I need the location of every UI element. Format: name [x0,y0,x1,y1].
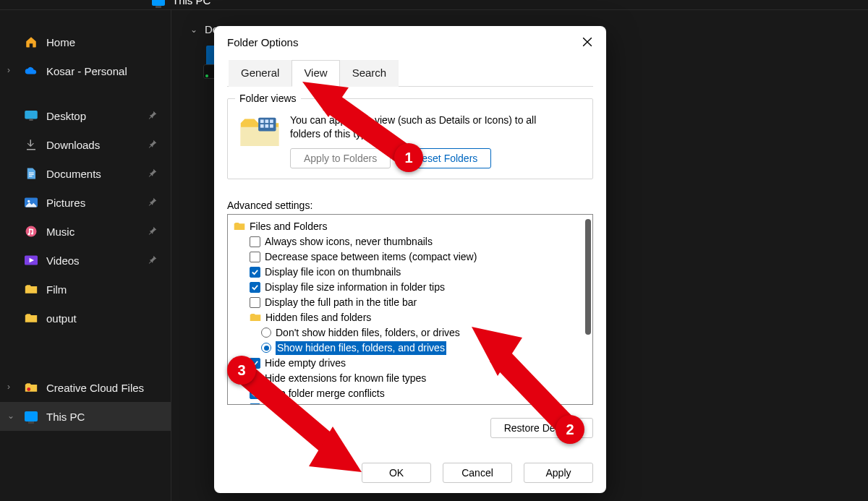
pictures-icon [25,196,38,209]
sidebar-item-label: Kosar - Personal [46,65,127,77]
sidebar-item-documents[interactable]: Documents [0,159,171,188]
folder-icon [25,312,38,325]
documents-icon [25,167,38,180]
tab-general[interactable]: General [229,60,292,87]
option-hide-extensions[interactable]: Hide extensions for known file types [231,371,590,386]
checkbox[interactable] [250,403,260,405]
advanced-settings-label: Advanced settings: [227,200,593,211]
apply-button[interactable]: Apply [524,463,593,483]
sidebar-item-label: Videos [46,254,80,267]
pin-icon [148,168,158,180]
svg-rect-1 [29,119,33,121]
checkbox[interactable] [250,297,260,308]
radio-show-hidden[interactable]: Show hidden files, folders, and drives [231,341,590,356]
chevron-right-icon: › [7,65,16,74]
checkbox[interactable] [250,252,260,262]
annotation-step-2: 2 [556,415,584,444]
option-hide-empty-drives[interactable]: Hide empty drives [231,356,590,371]
selected-option-label: Show hidden files, folders, and drives [276,341,446,355]
pin-icon [148,110,158,122]
sidebar-item-music[interactable]: Music [0,217,171,246]
scrollbar[interactable] [581,216,591,403]
sidebar: Home › Kosar - Personal Desktop Download… [0,10,171,501]
dialog-title: Folder Options [227,36,596,48]
tree-root: Files and Folders [231,219,590,234]
folder-icon [25,381,38,394]
chevron-down-icon: ⌄ [190,25,197,35]
tab-search[interactable]: Search [340,60,399,87]
sidebar-item-label: Documents [46,168,101,180]
advanced-settings-list[interactable]: Files and Folders Always show icons, nev… [227,214,593,405]
radio-button[interactable] [261,343,271,353]
music-icon [25,225,38,238]
breadcrumb-label: This PC [172,0,210,7]
annotation-step-3: 3 [227,356,256,385]
tree-root-label: Files and Folders [250,220,327,234]
option-hide-merge-conflicts[interactable]: Hide folder merge conflicts [231,386,590,401]
sidebar-item-label: Film [46,283,67,296]
radio-button[interactable] [261,327,271,338]
sidebar-item-label: Creative Cloud Files [46,382,144,394]
sidebar-item-label: Pictures [46,197,85,209]
chevron-down-icon: ⌄ [7,411,16,419]
home-icon [25,35,38,48]
sidebar-item-label: output [46,312,77,325]
checkbox[interactable] [250,267,260,278]
sidebar-item-pictures[interactable]: Pictures [0,188,171,217]
pc-icon [152,0,165,6]
apply-to-folders-button[interactable]: Apply to Folders [290,148,391,168]
chevron-right-icon: › [7,382,16,390]
checkbox[interactable] [250,236,260,247]
sidebar-item-this-pc[interactable]: ⌄ This PC [0,402,171,431]
sidebar-item-label: Downloads [46,139,100,151]
group-legend: Folder views [235,93,301,104]
radio-dont-show-hidden[interactable]: Don't show hidden files, folders, or dri… [231,325,590,341]
tab-view[interactable]: View [292,60,339,87]
pin-icon [148,226,158,238]
ok-button[interactable]: OK [362,463,431,483]
cancel-button[interactable]: Cancel [443,463,512,483]
dialog-titlebar[interactable]: Folder Options [214,26,606,58]
address-bar[interactable] [0,0,868,10]
pc-icon [25,410,38,423]
svg-point-6 [27,200,30,202]
download-icon [25,138,38,151]
option-full-path[interactable]: Display the full path in the title bar [231,295,590,310]
sidebar-item-label: This PC [46,411,85,423]
option-always-show-icons[interactable]: Always show icons, never thumbnails [231,234,590,249]
cloud-icon [25,64,38,77]
sidebar-item-home[interactable]: Home [0,27,171,56]
sidebar-item-desktop[interactable]: Desktop [0,101,171,130]
dialog-buttons: OK Cancel Apply [227,463,593,483]
sidebar-item-output[interactable]: output [0,304,171,333]
svg-rect-4 [29,176,33,176]
folder-icon [25,283,38,296]
scrollbar-thumb[interactable] [585,219,591,335]
close-button[interactable] [573,29,602,55]
option-size-in-tips[interactable]: Display file size information in folder … [231,280,590,295]
svg-point-7 [26,226,37,237]
svg-rect-15 [260,119,264,123]
option-file-icon-thumb[interactable]: Display file icon on thumbnails [231,265,590,280]
pin-icon [148,197,158,209]
breadcrumb[interactable]: This PC [152,0,210,7]
sidebar-item-downloads[interactable]: Downloads [0,130,171,159]
option-compact-view[interactable]: Decrease space between items (compact vi… [231,249,590,265]
option-hide-protected[interactable]: Hide protected operating system files (R… [231,401,590,405]
sidebar-item-onedrive[interactable]: › Kosar - Personal [0,56,171,85]
svg-rect-16 [265,119,269,123]
desktop-icon [25,109,38,122]
svg-rect-2 [29,173,34,174]
pin-icon [148,254,158,267]
folder-views-text-1: You can apply this view (such as Details… [290,114,582,127]
sidebar-item-creative-cloud[interactable]: › Creative Cloud Files [0,373,171,402]
hidden-group: Hidden files and folders [231,310,590,325]
svg-rect-17 [270,119,273,123]
sidebar-item-videos[interactable]: Videos [0,246,171,275]
sidebar-item-film[interactable]: Film [0,275,171,304]
tabstrip: General View Search [227,59,593,87]
pin-icon [148,139,158,151]
checkbox[interactable] [250,388,260,399]
folder-icon-large [238,114,281,148]
checkbox[interactable] [250,282,260,293]
